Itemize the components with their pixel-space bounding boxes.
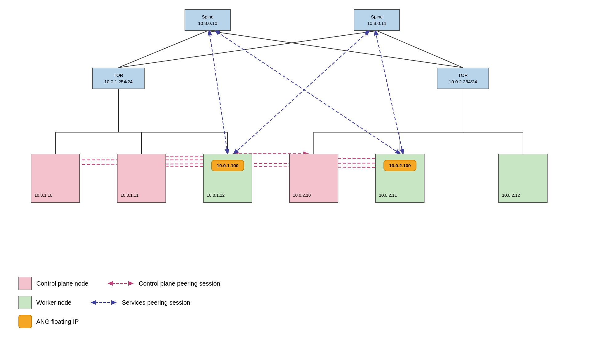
tor2-label: TOR xyxy=(458,72,468,78)
server2-ip: 10.0.1.11 xyxy=(121,192,138,199)
legend-floating-ip-label: ANG floating IP xyxy=(36,318,79,325)
legend-row1: Control plane node Control plane xyxy=(18,277,220,290)
legend-services-peering-label: Services peering session xyxy=(122,299,190,306)
server4-ip: 10.0.2.10 xyxy=(293,192,311,199)
server3-ip: 10.0.1.12 xyxy=(207,192,225,199)
tor2-ip: 10.0.2.254/24 xyxy=(449,78,477,85)
svg-line-2 xyxy=(118,31,377,68)
spine1-label: Spine xyxy=(202,14,213,20)
svg-line-0 xyxy=(118,31,208,68)
server5-node: 10.0.2.100 10.0.2.11 xyxy=(375,154,425,203)
server1-node: 10.0.1.10 xyxy=(31,154,80,203)
legend-control-box xyxy=(18,277,32,290)
spine2-ip: 10.8.0.11 xyxy=(367,20,387,26)
legend-floating-ip: ANG floating IP xyxy=(18,315,79,328)
legend-floating-ip-box xyxy=(18,315,32,328)
legend: Control plane node Control plane xyxy=(18,277,220,328)
server3-node: 10.0.1.100 10.0.1.12 xyxy=(203,154,252,203)
server6-node: 10.0.2.12 xyxy=(498,154,548,203)
services-peering-arrow xyxy=(90,299,118,306)
legend-control-peering-label: Control plane peering session xyxy=(139,280,220,287)
spine2-label: Spine xyxy=(371,14,383,20)
svg-line-23 xyxy=(375,31,403,154)
spine2-node: Spine 10.8.0.11 xyxy=(354,9,400,31)
legend-control-label: Control plane node xyxy=(36,280,88,287)
connections-svg xyxy=(0,0,590,277)
svg-line-22 xyxy=(215,31,400,154)
svg-line-21 xyxy=(234,31,369,154)
tor1-ip: 10.0.1.254/24 xyxy=(104,78,133,85)
legend-worker-label: Worker node xyxy=(36,299,71,306)
spine1-node: Spine 10.8.0.10 xyxy=(185,9,231,31)
server1-ip: 10.0.1.10 xyxy=(34,192,52,199)
spine1-ip: 10.8.0.10 xyxy=(198,20,217,26)
tor2-node: TOR 10.0.2.254/24 xyxy=(437,68,489,89)
server2-node: 10.0.1.11 xyxy=(117,154,166,203)
legend-row2: Worker node Services peering ses xyxy=(18,296,220,309)
tor1-node: TOR 10.0.1.254/24 xyxy=(92,68,145,89)
server4-node: 10.0.2.10 xyxy=(289,154,338,203)
server6-ip: 10.0.2.12 xyxy=(502,192,520,199)
server5-floating-ip: 10.0.2.100 xyxy=(384,160,417,171)
legend-services-peering: Services peering session xyxy=(90,299,190,306)
network-diagram: Spine 10.8.0.10 Spine 10.8.0.11 TOR 10.0… xyxy=(0,0,590,277)
svg-line-18 xyxy=(148,166,400,168)
legend-control-peering: Control plane peering session xyxy=(107,280,220,287)
control-peering-svg xyxy=(107,280,134,287)
tor1-label: TOR xyxy=(114,72,123,78)
svg-line-20 xyxy=(209,31,228,154)
services-peering-svg xyxy=(90,299,118,306)
svg-line-1 xyxy=(208,31,463,68)
legend-control-plane: Control plane node xyxy=(18,277,88,290)
legend-worker-box xyxy=(18,296,32,309)
control-peering-arrow xyxy=(107,280,134,287)
svg-line-3 xyxy=(377,31,463,68)
server5-ip: 10.0.2.11 xyxy=(379,192,397,199)
legend-row3: ANG floating IP xyxy=(18,315,220,328)
server3-floating-ip: 10.0.1.100 xyxy=(211,160,244,171)
legend-worker: Worker node xyxy=(18,296,71,309)
